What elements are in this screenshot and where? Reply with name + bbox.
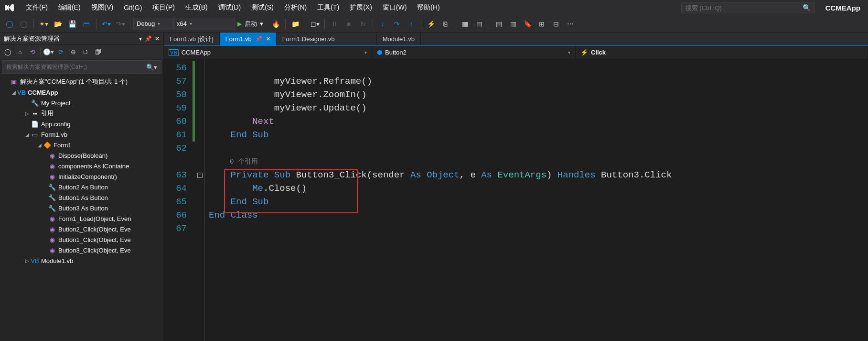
menu-edit[interactable]: 编辑(E) [54, 1, 86, 14]
tree-form1-class[interactable]: ◢ 🔶 Form1 [0, 140, 163, 150]
line-number: 56 [164, 61, 193, 75]
se-collapse-button[interactable]: ⊖ [67, 46, 79, 58]
pin-icon[interactable]: 📌 [256, 36, 262, 42]
menu-help[interactable]: 帮助(H) [412, 1, 444, 14]
close-icon[interactable]: ✕ [266, 36, 270, 42]
fold-collapse-icon[interactable]: − [197, 173, 203, 178]
menu-debug[interactable]: 调试(D) [214, 1, 246, 14]
tree-solution-node[interactable]: ▣ 解决方案"CCMEApp"(1 个项目/共 1 个) [0, 77, 163, 87]
tree-button1[interactable]: 🔧 Button1 As Button [0, 192, 163, 203]
menu-analyze[interactable]: 分析(N) [279, 1, 311, 14]
step-into-button[interactable]: ↓ [376, 17, 389, 31]
se-back-button[interactable]: ◯ [2, 46, 13, 58]
tree-form1-vb[interactable]: ◢ ▭ Form1.vb [0, 129, 163, 140]
tree-init-component[interactable]: ◉ InitializeComponent() [0, 171, 163, 182]
tree-button1-click[interactable]: ◉ Button1_Click(Object, Eve [0, 234, 163, 245]
tab-module1[interactable]: Module1.vb [377, 33, 421, 45]
browse-button[interactable]: 📁 [289, 17, 302, 31]
expander-closed-icon[interactable]: ▷ [24, 111, 31, 116]
bookmark-button[interactable]: 🔖 [521, 17, 534, 31]
tree-app-config[interactable]: 📄 App.config [0, 119, 163, 129]
menu-build[interactable]: 生成(B) [181, 1, 213, 14]
nav-object-dropdown[interactable]: ⬢ Button2 ▾ [372, 46, 576, 59]
tree-my-project[interactable]: 🔧 My Project [0, 98, 163, 108]
tree-button2[interactable]: 🔧 Button2 As Button [0, 182, 163, 192]
tree-project-node[interactable]: ◢ VB CCMEApp [0, 87, 163, 98]
step-out-button[interactable]: ↑ [405, 17, 418, 31]
menu-extensions[interactable]: 扩展(X) [345, 1, 377, 14]
se-clock-button[interactable]: 🕓▾ [43, 46, 54, 58]
expander-open-icon[interactable]: ◢ [11, 90, 17, 95]
solution-explorer-search-input[interactable] [6, 64, 146, 70]
codelens[interactable]: 0 个引用 [209, 155, 868, 168]
solution-explorer-search[interactable]: 🔍▾ [2, 60, 161, 74]
comment-button[interactable]: ▤ [492, 17, 505, 31]
tree-button3-click[interactable]: ◉ Button3_Click(Object, Eve [0, 245, 163, 255]
tree-references[interactable]: ▷ ▪▪ 引用 [0, 108, 163, 119]
save-all-button[interactable]: 🗃 [80, 17, 93, 31]
tree-button2-click[interactable]: ◉ Button2_Click(Object, Eve [0, 224, 163, 234]
chevron-down-icon: ▾ [260, 20, 263, 27]
platform-dropdown[interactable]: x64 ▾ [173, 18, 235, 30]
save-button[interactable]: 💾 [65, 17, 79, 31]
nav-event-dropdown[interactable]: ⚡ Click [576, 46, 868, 59]
nav-project-label: CCMEApp [182, 49, 211, 56]
code-editor[interactable]: 56 57 58 59 60 61 62 63 64 65 66 67 [164, 59, 868, 341]
configuration-dropdown[interactable]: Debug ▾ [133, 18, 172, 30]
se-showall-button[interactable]: 🗋 [80, 46, 91, 58]
panel-close-icon[interactable]: ✕ [155, 35, 160, 42]
chevron-down-icon: ▾ [568, 50, 570, 55]
global-search-input[interactable] [686, 4, 803, 11]
config-file-icon: 📄 [31, 120, 39, 128]
tab-form1-designer[interactable]: Form1.Designer.vb [277, 33, 377, 45]
new-item-button[interactable]: ✦▾ [37, 17, 50, 31]
panel-pin-icon[interactable]: 📌 [145, 35, 152, 42]
more-button[interactable]: ⋯ [564, 17, 577, 31]
se-home-button[interactable]: ⌂ [14, 46, 26, 58]
tree-button3[interactable]: 🔧 Button3 As Button [0, 203, 163, 213]
tree-module1[interactable]: ▷ VB Module1.vb [0, 255, 163, 266]
menu-file[interactable]: 文件(F) [21, 1, 53, 14]
open-button[interactable]: 📂 [51, 17, 64, 31]
code-content[interactable]: myViewer.Reframe() myViewer.ZoomIn() myV… [205, 59, 868, 341]
nav-back-button[interactable]: ◯ [3, 17, 16, 31]
solution-explorer-toolbar: ◯ ⌂ ⟲ 🕓▾ ⟳ ⊖ 🗋 🗐 [0, 45, 163, 59]
expander-open-icon[interactable]: ◢ [24, 132, 31, 137]
layout-button[interactable]: ▦ [458, 17, 472, 31]
tree-form1-load[interactable]: ◉ Form1_Load(Object, Even [0, 213, 163, 224]
format-button[interactable]: ⊞ [535, 17, 548, 31]
se-sync-button[interactable]: ⟲ [27, 46, 38, 58]
uncomment-button[interactable]: ▥ [506, 17, 520, 31]
tree-components[interactable]: ◉ components As IContaine [0, 161, 163, 171]
se-properties-button[interactable]: 🗐 [92, 46, 104, 58]
preview-button[interactable]: ◻▾ [308, 17, 321, 31]
format2-button[interactable]: ⊟ [549, 17, 563, 31]
tab-form1-vb[interactable]: Form1.vb 📌 ✕ [220, 33, 277, 45]
nav-forward-button[interactable]: ◯ [17, 17, 31, 31]
search-icon: 🔍▾ [146, 64, 157, 71]
start-debug-button[interactable]: ▶ 启动 ▾ [236, 18, 268, 30]
menu-test[interactable]: 测试(S) [246, 1, 279, 14]
method-icon: ◉ [48, 246, 56, 254]
tab-form1-design[interactable]: Form1.vb [设计] [164, 33, 220, 45]
menu-project[interactable]: 项目(P) [148, 1, 180, 14]
nav-project-dropdown[interactable]: VB CCMEApp ▾ [164, 46, 372, 59]
menu-window[interactable]: 窗口(W) [378, 1, 412, 14]
global-search[interactable]: 🔍 [681, 2, 815, 13]
panel-dropdown-icon[interactable]: ▾ [139, 35, 142, 42]
undo-button[interactable]: ↶▾ [99, 17, 113, 31]
expander-open-icon[interactable]: ◢ [36, 143, 43, 148]
tool-a-button[interactable]: ⚡ [424, 17, 438, 31]
layout2-button[interactable]: ▤ [472, 17, 486, 31]
menu-git[interactable]: Git(G) [119, 2, 147, 13]
redo-button[interactable]: ↷▾ [114, 17, 127, 31]
separator [489, 19, 489, 29]
expander-closed-icon[interactable]: ▷ [24, 258, 31, 264]
tool-b-button[interactable]: ⎘ [439, 17, 452, 31]
se-refresh-button[interactable]: ⟳ [55, 46, 66, 58]
hot-reload-button[interactable]: 🔥 [269, 17, 282, 31]
step-over-button[interactable]: ↷ [390, 17, 404, 31]
tree-dispose[interactable]: ◉ Dispose(Boolean) [0, 150, 163, 161]
menu-tools[interactable]: 工具(T) [312, 1, 344, 14]
menu-view[interactable]: 视图(V) [86, 1, 118, 14]
